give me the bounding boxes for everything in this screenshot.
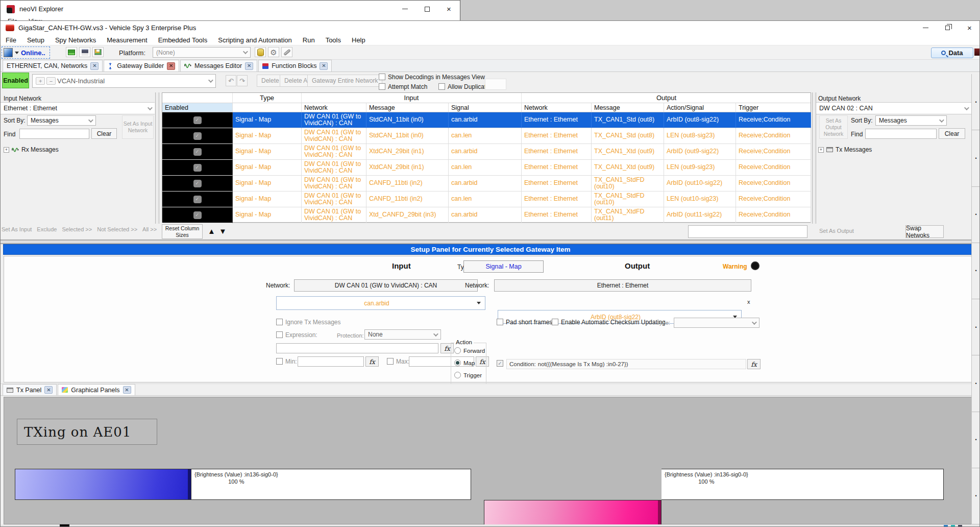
cell-network-in[interactable]: DW CAN 01 (GW to VividCAN) : CAN [302,128,366,144]
output-network-select[interactable]: DW CAN 02 : CAN [816,102,971,114]
cell-signal-in[interactable]: can.len [449,160,522,176]
col-signal-in[interactable]: Signal [449,103,522,112]
find-input[interactable] [865,129,937,139]
type-value-button[interactable]: Signal - Map [463,260,544,273]
enabled-checkbox[interactable]: ✓ [193,196,202,203]
close-button[interactable]: × [959,21,980,35]
add-icon[interactable]: ＋ [36,77,45,85]
tab-tx-panel[interactable]: Tx Panel ✕ [3,384,57,395]
database-button[interactable] [255,47,266,57]
col-type[interactable] [233,103,302,112]
set-as-output-button[interactable]: Set As Output [819,228,854,234]
cell-network-out[interactable]: Ethernet : Ethernet [522,191,592,207]
cell-type[interactable]: Signal - Map [233,176,302,191]
cell-message-out[interactable]: TX_CAN1_StdFD (out10) [592,191,664,207]
col-trigger[interactable]: Trigger [736,103,811,112]
table-row[interactable]: ✓ Signal - Map DW CAN 01 (GW to VividCAN… [162,207,811,223]
rx-messages-tree-item[interactable]: + Rx Messages [4,146,59,153]
radio-icon[interactable] [454,360,461,366]
menu-run[interactable]: Run [303,36,315,44]
setup-output-network-field[interactable]: Ethernet : Ethernet [494,279,751,292]
table-row[interactable]: ✓ Signal - Map DW CAN 01 (GW to VividCAN… [162,176,811,191]
cell-action[interactable]: LEN (out9-sig23) [664,160,736,176]
dock-button[interactable]: • [972,243,980,299]
reset-column-sizes-button[interactable]: Reset Column Sizes [162,224,203,239]
cell-type[interactable]: Signal - Map [233,112,302,128]
cell-network-out[interactable]: Ethernet : Ethernet [522,207,592,223]
cell-message-in[interactable]: XtdCAN_29bit (in1) [366,160,449,176]
cell-action[interactable]: LEN (out8-sig23) [664,128,736,144]
checkbox-icon[interactable] [379,83,385,90]
enabled-cell[interactable]: ✓ [162,176,233,191]
spare-field[interactable] [485,79,506,90]
condition-field[interactable]: Condition: not({(Message Is Tx Msg) :in0… [506,359,746,369]
close-icon[interactable]: ✕ [44,386,53,394]
cell-signal-in[interactable]: can.len [449,128,522,144]
enabled-cell[interactable]: ✓ [162,144,233,160]
measurement-view-button[interactable] [92,47,104,57]
cell-network-out[interactable]: Ethernet : Ethernet [522,128,592,144]
input-network-select[interactable]: Ethernet : Ethernet [1,102,155,114]
cell-action[interactable]: ArbID (out10-sig22) [664,176,736,191]
menu-spy-networks[interactable]: Spy Networks [55,36,96,44]
menu-file[interactable]: File [6,36,16,44]
cell-message-in[interactable]: Xtd_CANFD_29bit (in3) [366,207,449,223]
gauge-handle[interactable] [658,500,661,527]
cell-network-out[interactable]: Ethernet : Ethernet [522,144,592,160]
tab-messages-editor[interactable]: Messages Editor ✕ [180,60,257,71]
enabled-checkbox[interactable]: ✓ [193,116,202,124]
gateway-network-select[interactable]: ＋ − VCAN-Industrial [32,74,216,88]
setup-input-network-field[interactable]: DW CAN 01 (GW to VividCAN) : CAN [294,279,478,292]
cell-trigger[interactable]: Receive;Condition [736,128,811,144]
checkbox-icon[interactable] [276,358,283,365]
cell-network-out[interactable]: Ethernet : Ethernet [522,176,592,191]
tab-graphical-panels[interactable]: Graphical Panels ✕ [58,384,135,395]
cell-message-out[interactable]: TX_CAN1_StdFD (out10) [592,176,664,191]
cell-network-in[interactable]: DW CAN 01 (GW to VividCAN) : CAN [302,176,366,191]
find-input[interactable] [19,129,89,139]
cell-trigger[interactable]: Receive;Condition [736,191,811,207]
undo-button[interactable]: ↶ [226,75,236,86]
table-row[interactable]: ✓ Signal - Map DW CAN 01 (GW to VividCAN… [162,144,811,160]
min-checkbox[interactable]: Min: [276,358,297,365]
menu-scripting-automation[interactable]: Scripting and Automation [218,36,292,44]
move-down-icon[interactable]: ▼ [219,227,227,235]
gateway-entire-network-button[interactable]: Gateway Entire Network [307,75,382,87]
cell-message-out[interactable]: TX_CAN1_Xtd (out9) [592,144,664,160]
menu-tools[interactable]: Tools [326,36,341,44]
cell-message-in[interactable]: StdCAN_11bit (in0) [366,112,449,128]
gateway-enabled-toggle[interactable]: Enabled [2,73,29,88]
tab-gateway-builder[interactable]: Gateway Builder ✕ [104,60,179,71]
set-as-input-network-button[interactable]: Set As Input Network [122,115,154,139]
col-message-in[interactable]: Message [366,103,449,112]
col-message-out[interactable]: Message [592,103,664,112]
pin-icon[interactable] [974,49,979,56]
right-splitter[interactable] [812,92,816,224]
exclude-button[interactable]: Exclude [37,226,57,232]
cell-action[interactable]: ArbID (out8-sig22) [664,112,736,128]
not-selected-button[interactable]: Not Selected >> [97,226,137,232]
cell-message-in[interactable]: CANFD_11bti (in2) [366,191,449,207]
max-checkbox[interactable]: Max: [387,358,409,365]
pad-short-frames-checkbox[interactable]: Pad short frames [497,319,552,326]
menu-measurement[interactable]: Measurement [107,36,147,44]
platform-select[interactable]: (None) [153,47,251,58]
sort-by-select[interactable]: Messages [875,115,947,126]
close-icon[interactable]: ✕ [167,62,175,70]
enabled-cell[interactable]: ✓ [162,191,233,207]
cell-type[interactable]: Signal - Map [233,160,302,176]
clear-button[interactable]: Clear [91,128,117,139]
save-button[interactable] [79,47,90,57]
set-as-input-button[interactable]: Set As Input [2,226,32,232]
status-field[interactable] [688,225,807,238]
cell-message-in[interactable]: XtdCAN_29bit (in1) [366,144,449,160]
dock-button[interactable]: • [972,299,980,355]
output-type-select[interactable] [674,318,760,328]
checkbox-icon[interactable] [552,319,558,325]
protection-select[interactable]: None [364,329,441,340]
col-network-in[interactable]: Network [302,103,366,112]
cell-signal-in[interactable]: can.len [449,191,522,207]
cell-message-in[interactable]: StdCAN_11bit (in0) [366,128,449,144]
show-decodings-checkbox[interactable]: Show Decodings in Messages View [379,74,485,81]
cell-type[interactable]: Signal - Map [233,144,302,160]
